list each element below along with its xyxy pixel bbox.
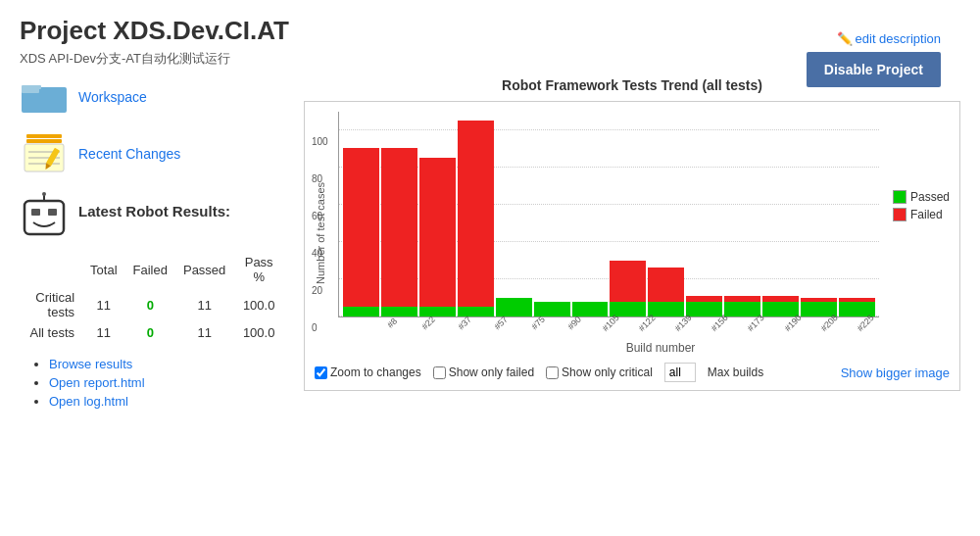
bar-stack xyxy=(610,261,646,317)
svg-rect-3 xyxy=(26,134,62,138)
svg-rect-4 xyxy=(26,139,62,143)
max-builds-label: Max builds xyxy=(708,365,763,379)
left-panel: Workspace xyxy=(20,77,284,413)
row-total: 11 xyxy=(82,322,124,343)
x-axis-title: Build number xyxy=(371,341,950,355)
chart-area: Number of test cases 020406080100 #8#22#… xyxy=(315,112,950,355)
y-axis-label: Number of test cases xyxy=(315,182,326,284)
row-name: Critical tests xyxy=(20,287,82,322)
bar-group xyxy=(381,148,417,317)
bar-stack xyxy=(381,148,417,317)
browse-results-link[interactable]: Browse results xyxy=(49,357,132,371)
col-header-name xyxy=(20,252,82,287)
disable-project-button[interactable]: Disable Project xyxy=(807,52,941,87)
robot-icon xyxy=(20,191,69,240)
legend-passed: Passed xyxy=(893,190,950,204)
row-total: 11 xyxy=(82,287,124,322)
show-only-critical-label[interactable]: Show only critical xyxy=(546,365,653,379)
notepad-icon xyxy=(20,134,69,173)
row-failed: 0 xyxy=(125,287,175,322)
chart-plot: 020406080100 xyxy=(338,112,879,317)
col-header-pass-pct: Pass % xyxy=(233,252,284,287)
open-log-link[interactable]: Open log.html xyxy=(49,394,128,409)
row-passed: 11 xyxy=(175,322,233,343)
top-right-actions: ✏️ edit description Disable Project xyxy=(807,31,941,87)
bar-group xyxy=(610,261,646,317)
col-header-passed: Passed xyxy=(175,252,233,287)
bar-stack xyxy=(343,148,379,317)
recent-changes-link[interactable]: Recent Changes xyxy=(20,134,284,173)
zoom-to-changes-checkbox[interactable] xyxy=(315,366,327,379)
edit-description-link[interactable]: ✏️ edit description xyxy=(837,31,941,46)
bar-failed xyxy=(419,158,456,308)
show-bigger-link[interactable]: Show bigger image xyxy=(841,365,950,380)
legend-failed-label: Failed xyxy=(910,208,943,221)
pencil-icon: ✏️ xyxy=(837,31,853,46)
bars-wrapper xyxy=(339,112,879,317)
chart-controls: Zoom to changes Show only failed Show on… xyxy=(315,363,950,382)
show-only-failed-label[interactable]: Show only failed xyxy=(433,365,534,379)
bar-failed xyxy=(458,121,494,308)
bar-failed xyxy=(648,268,684,301)
row-pass-pct: 100.0 xyxy=(233,322,284,343)
col-header-total: Total xyxy=(82,252,124,287)
max-builds-input[interactable] xyxy=(664,363,696,382)
table-row: Critical tests 11 0 11 100.0 xyxy=(20,287,284,322)
recent-changes-label: Recent Changes xyxy=(78,146,180,162)
bar-stack xyxy=(419,158,456,317)
zoom-to-changes-label[interactable]: Zoom to changes xyxy=(315,365,421,379)
bar-passed xyxy=(343,307,379,317)
legend-failed-box xyxy=(893,208,906,221)
workspace-label: Workspace xyxy=(78,89,147,105)
bar-group xyxy=(343,148,379,317)
row-name: All tests xyxy=(20,322,82,343)
svg-point-16 xyxy=(42,192,46,196)
chart-plot-wrapper: 020406080100 #8#22#37#57#75#90#105#122#1… xyxy=(338,112,879,329)
main-layout: Workspace xyxy=(20,77,960,413)
legend-failed: Failed xyxy=(893,208,950,221)
chart-container: Number of test cases 020406080100 #8#22#… xyxy=(304,101,960,391)
legend-passed-box xyxy=(893,190,906,204)
results-table: Total Failed Passed Pass % Critical test… xyxy=(20,252,284,343)
open-report-link[interactable]: Open report.html xyxy=(49,375,145,390)
svg-rect-12 xyxy=(24,201,64,234)
x-axis-labels: #8#22#37#57#75#90#105#122#139#156#173#19… xyxy=(338,319,879,329)
bar-failed xyxy=(381,148,417,307)
right-panel: Robot Framework Tests Trend (all tests) … xyxy=(304,77,960,413)
svg-rect-14 xyxy=(48,209,57,216)
robot-section: Latest Robot Results: xyxy=(20,191,284,240)
table-row: All tests 11 0 11 100.0 xyxy=(20,322,284,343)
bar-failed xyxy=(610,261,646,302)
svg-rect-13 xyxy=(31,209,40,216)
chart-and-legend: 020406080100 #8#22#37#57#75#90#105#122#1… xyxy=(338,112,950,329)
row-failed: 0 xyxy=(125,322,175,343)
workspace-link[interactable]: Workspace xyxy=(20,77,284,117)
links-section: Browse results Open report.html Open log… xyxy=(29,357,284,409)
chart-with-legend: 020406080100 #8#22#37#57#75#90#105#122#1… xyxy=(338,112,950,355)
bar-failed xyxy=(343,148,379,307)
row-passed: 11 xyxy=(175,287,233,322)
bar-stack xyxy=(458,121,494,317)
show-only-failed-checkbox[interactable] xyxy=(433,366,446,379)
bar-group xyxy=(419,158,456,317)
chart-legend: Passed Failed xyxy=(893,190,950,221)
robot-section-label: Latest Robot Results: xyxy=(78,191,230,219)
row-pass-pct: 100.0 xyxy=(233,287,284,322)
col-header-failed: Failed xyxy=(125,252,175,287)
folder-icon xyxy=(20,77,69,117)
bar-group xyxy=(458,121,494,317)
svg-rect-2 xyxy=(22,85,41,89)
legend-passed-label: Passed xyxy=(910,190,950,204)
show-only-critical-checkbox[interactable] xyxy=(546,366,559,379)
